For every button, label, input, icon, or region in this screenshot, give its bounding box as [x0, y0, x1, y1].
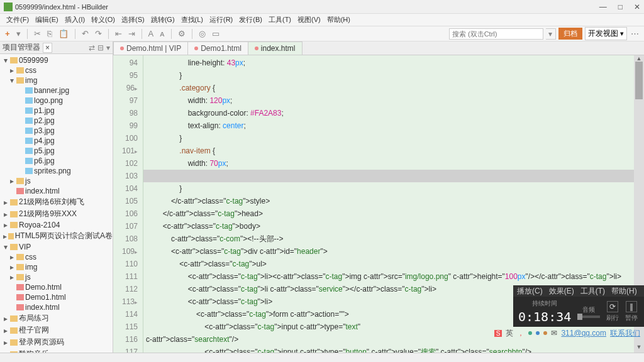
copy-button[interactable]: ⎘ — [46, 29, 53, 38]
tree-node[interactable]: p6.jpg — [0, 156, 113, 166]
view-dropdown[interactable]: 开发视图 ▾ — [585, 27, 627, 40]
font-size-small-button[interactable]: ᴀ — [158, 29, 166, 38]
menu-item[interactable]: 跳转(G) — [148, 14, 177, 25]
minimize-button[interactable]: — — [599, 3, 607, 11]
file-icon — [120, 47, 124, 50]
menu-item[interactable]: 插入(I) — [62, 14, 87, 25]
tree-node[interactable]: ▸ css — [0, 252, 113, 262]
app-icon — [4, 3, 13, 11]
pause-button[interactable]: ‖ — [626, 301, 637, 312]
tree-node[interactable]: p2.jpg — [0, 116, 113, 126]
tray-green-icon[interactable] — [528, 331, 532, 335]
menu-item[interactable]: 编辑(E) — [33, 14, 61, 25]
ime-lang[interactable]: 英 — [506, 328, 513, 339]
recorder-window[interactable]: 播放(C)效果(E)工具(T)帮助(H) — ✕ 持续时间0:18:34 音频 … — [513, 285, 644, 327]
tree-node[interactable]: ▸ img — [0, 262, 113, 272]
new-button[interactable]: + — [4, 29, 11, 38]
tree-node[interactable]: ▸ 21级网络9班XXX — [0, 208, 113, 220]
menu-item[interactable]: 文件(F) — [4, 14, 31, 25]
menu-item[interactable]: 查找(L) — [179, 14, 206, 25]
menu-item[interactable]: 运行(R) — [207, 14, 235, 25]
menu-item[interactable]: 发行(B) — [236, 14, 265, 25]
line-gutter: 949596▸979899100101▸10210310410510610710… — [113, 55, 143, 353]
font-size-button[interactable]: A — [147, 29, 155, 38]
search-input[interactable] — [449, 28, 543, 40]
tree-node[interactable]: ▸ js — [0, 272, 113, 282]
recorder-menu-item[interactable]: 播放(C) — [517, 286, 543, 297]
editor-tab[interactable]: Demo1.html — [187, 41, 248, 55]
search-dropdown[interactable]: ▾ — [546, 28, 556, 40]
redo-button[interactable]: ↷ — [94, 29, 103, 38]
volume-slider[interactable] — [577, 315, 600, 318]
menu-item[interactable]: 选择(S) — [119, 14, 147, 25]
scroll-thumb[interactable] — [635, 62, 643, 99]
recorder-menu-item[interactable]: 工具(T) — [580, 286, 605, 297]
tree-node[interactable]: ▾ 0599999 — [0, 55, 113, 65]
system-tray: S 英 ， ✉ 311@qq.com 联系我们 — [494, 328, 640, 338]
tree-node[interactable]: ▸ 登录网页源码 — [0, 336, 113, 348]
file-icon — [194, 47, 198, 50]
tray-email[interactable]: 311@qq.com — [561, 329, 606, 337]
tree-node[interactable]: ▸ css — [0, 65, 113, 75]
cut-button[interactable]: ✂ — [33, 29, 42, 38]
tree-node[interactable]: Demo1.html — [0, 292, 113, 302]
browser-button[interactable]: ◎ — [197, 29, 207, 38]
editor-tab[interactable]: index.html — [248, 41, 303, 55]
paste-button[interactable]: 📋 — [57, 29, 70, 38]
editor-tab[interactable]: Demo.html | VIP — [113, 41, 188, 55]
tree-node[interactable]: ▸ 酷狗音乐 — [0, 348, 113, 353]
toolbar: + ▾ ✂ ⎘ 📋 ↶ ↷ ⇤ ⇥ A ᴀ ⚙ ◎ ▭ ▾ 归档 开发视图 ▾ … — [0, 26, 644, 41]
link-icon[interactable]: ⇄ — [89, 43, 95, 52]
tree-node[interactable]: logo.png — [0, 96, 113, 106]
tray-orange-icon[interactable] — [543, 331, 547, 335]
outdent-button[interactable]: ⇤ — [114, 29, 123, 38]
project-tree[interactable]: ▾ 0599999▸ css▾ img banner.jpg logo.png … — [0, 54, 113, 353]
tree-node[interactable]: p4.jpg — [0, 136, 113, 146]
new-dropdown[interactable]: ▾ — [15, 29, 22, 38]
tree-node[interactable]: Demo.html — [0, 282, 113, 292]
recorder-menu-item[interactable]: 帮助(H) — [611, 286, 637, 297]
indent-button[interactable]: ⇥ — [127, 29, 136, 38]
refresh-button[interactable]: ⟳ — [607, 301, 618, 312]
maximize-button[interactable]: □ — [618, 3, 623, 11]
undo-button[interactable]: ↶ — [80, 29, 90, 38]
tray-blue-icon[interactable] — [536, 331, 540, 335]
more-button[interactable]: ⋯ — [630, 29, 640, 38]
tree-node[interactable]: p1.jpg — [0, 106, 113, 116]
editor-tabs: Demo.html | VIPDemo1.htmlindex.html — [113, 41, 644, 55]
tree-node[interactable]: ▾ img — [0, 75, 113, 85]
sidebar: 项目管理器 × ⇄ ⊟ ▾ ▾ 0599999▸ css▾ img banner… — [0, 41, 113, 353]
sidebar-close[interactable]: × — [43, 43, 52, 53]
ime-icon[interactable]: S — [494, 330, 502, 337]
scroll-down-icon[interactable]: ▼ — [634, 344, 644, 353]
save-button[interactable]: 归档 — [558, 28, 582, 40]
menu-item[interactable]: 视图(V) — [295, 14, 323, 25]
tree-node[interactable]: index.html — [0, 302, 113, 312]
tray-contact[interactable]: 联系我们 — [610, 328, 640, 339]
menu-icon[interactable]: ▾ — [106, 43, 110, 52]
tree-node[interactable]: p5.jpg — [0, 146, 113, 156]
close-button[interactable]: ✕ — [634, 3, 640, 11]
mail-icon[interactable]: ✉ — [551, 329, 557, 337]
tree-node[interactable]: banner.jpg — [0, 85, 113, 96]
tree-node[interactable]: p3.jpg — [0, 126, 113, 136]
tree-node[interactable]: ▾ VIP — [0, 242, 113, 252]
menu-item[interactable]: 帮助(H) — [325, 14, 353, 25]
tree-node[interactable]: ▸ HTML5网页设计综合测试A卷 — [0, 230, 113, 242]
tree-node[interactable]: index.html — [0, 186, 113, 196]
tree-node[interactable]: ▸ 21级网络6班刘梅飞 — [0, 196, 113, 208]
menu-item[interactable]: 转义(O) — [89, 14, 118, 25]
tray-dot-icon: ， — [517, 328, 525, 339]
settings-button[interactable]: ⚙ — [177, 29, 187, 38]
tree-node[interactable]: ▸ 橙子官网 — [0, 324, 113, 336]
tree-node[interactable]: ▸ js — [0, 176, 113, 186]
collapse-icon[interactable]: ⊟ — [97, 43, 104, 52]
tree-node[interactable]: ▸ 布局练习 — [0, 312, 113, 324]
editor: Demo.html | VIPDemo1.htmlindex.html 9495… — [113, 41, 644, 353]
device-button[interactable]: ▭ — [211, 29, 221, 38]
tree-node[interactable]: sprites.png — [0, 166, 113, 176]
titlebar: 0599999/index.html - HBuilder — □ ✕ — [0, 0, 644, 14]
menu-item[interactable]: 工具(T) — [266, 14, 294, 25]
recorder-menu-item[interactable]: 效果(E) — [549, 286, 574, 297]
tree-node[interactable]: ▸ Royoa-2104 — [0, 220, 113, 230]
